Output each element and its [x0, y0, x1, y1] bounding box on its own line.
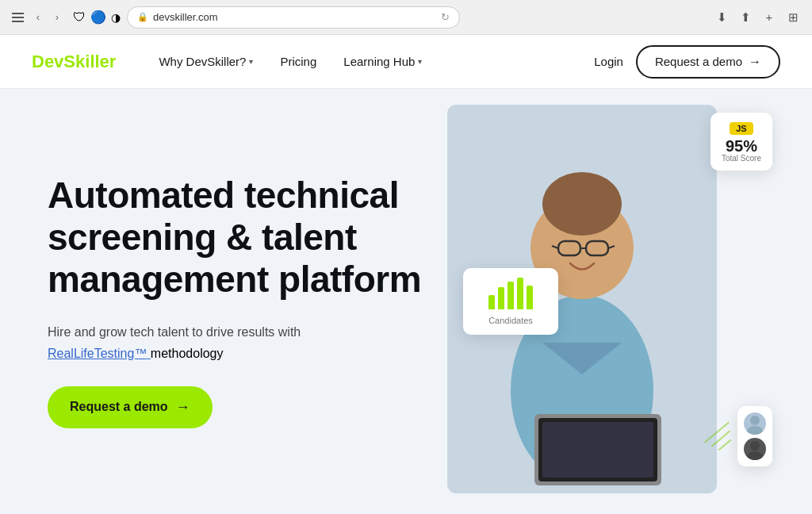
security-icons: 🛡 🔵 ◑ [73, 10, 121, 25]
hero-subtitle: Hire and grow tech talent to drive resul… [48, 323, 460, 342]
site-logo[interactable]: DevSkiller [32, 52, 116, 72]
hero-visual: Candidates JS 95% Total Score [447, 89, 780, 514]
nav-learning-hub-label: Learning Hub [343, 55, 415, 68]
avatar-1 [744, 412, 766, 435]
lock-icon: 🔒 [137, 12, 148, 22]
reallife-testing-text: RealLifeTesting™ [48, 347, 147, 360]
bar-5 [527, 286, 533, 309]
nav-why-devskiller[interactable]: Why DevSkiller? ▾ [147, 48, 264, 75]
refresh-icon[interactable]: ↻ [441, 11, 450, 23]
candidates-card: Candidates [463, 268, 558, 335]
shield-icon-3: ◑ [111, 11, 121, 24]
chevron-down-icon: ▾ [249, 57, 253, 66]
address-bar[interactable]: 🔒 devskiller.com ↻ [127, 6, 460, 29]
nav-why-devskiller-label: Why DevSkiller? [159, 55, 246, 68]
bar-chart [476, 278, 546, 309]
cta-label: Request a demo [70, 400, 168, 414]
hero-subtitle-text: Hire and grow tech talent to drive resul… [48, 325, 301, 339]
candidates-label: Candidates [476, 316, 546, 325]
url-text: devskiller.com [153, 11, 218, 23]
decorative-lines [701, 432, 733, 451]
hero-content: Automated technical screening & talent m… [48, 175, 460, 428]
avatar-2 [744, 438, 766, 460]
logo-skiller: Skiller [63, 52, 116, 71]
avatars-card [737, 406, 772, 466]
nav-pricing[interactable]: Pricing [269, 48, 327, 75]
login-button[interactable]: Login [594, 55, 623, 68]
bar-2 [498, 287, 504, 309]
score-percentage: 95% [722, 138, 761, 154]
sidebar-toggle-button[interactable] [10, 11, 25, 24]
avatar-2-icon [744, 438, 766, 460]
hero-title: Automated technical screening & talent m… [48, 175, 460, 301]
deco-line-3 [718, 439, 732, 451]
navbar: DevSkiller Why DevSkiller? ▾ Pricing Lea… [0, 35, 812, 89]
bar-3 [508, 282, 514, 309]
request-demo-button-hero[interactable]: Request a demo → [48, 386, 213, 428]
avatar-1-icon [744, 412, 766, 435]
hero-section: Automated technical screening & talent m… [0, 89, 812, 514]
hero-title-line1: Automated technical [48, 175, 399, 216]
logo-dev: Dev [32, 52, 63, 71]
nav-links: Why DevSkiller? ▾ Pricing Learning Hub ▾ [147, 48, 594, 75]
hero-suffix: methodology [151, 347, 224, 360]
new-tab-icon[interactable]: + [760, 8, 779, 27]
score-card: JS 95% Total Score [710, 113, 772, 171]
reallife-testing-link[interactable]: RealLifeTesting™ [48, 347, 151, 360]
browser-chrome: ‹ › 🛡 🔵 ◑ 🔒 devskiller.com ↻ ⬇ ⬆ + ⊞ [0, 0, 812, 35]
forward-button[interactable]: › [51, 11, 63, 24]
hero-title-line2: screening & talent [48, 217, 357, 258]
request-demo-nav-label: Request a demo [655, 55, 742, 68]
avatar-row-2 [744, 438, 766, 460]
svg-point-4 [565, 173, 599, 208]
bar-4 [517, 278, 523, 309]
avatar-row-1 [744, 412, 766, 435]
bar-1 [488, 295, 495, 309]
cta-arrow-icon: → [176, 399, 190, 416]
share-icon[interactable]: ⬆ [736, 8, 755, 27]
js-badge: JS [730, 122, 753, 135]
svg-point-13 [750, 416, 760, 425]
hero-link-line: RealLifeTesting™ methodology [48, 347, 460, 361]
download-icon[interactable]: ⬇ [712, 8, 731, 27]
request-demo-button-nav[interactable]: Request a demo → [636, 45, 780, 79]
arrow-icon-nav: → [749, 55, 761, 69]
shield-icon-1: 🛡 [73, 10, 86, 25]
hero-title-line3: management platform [48, 259, 421, 300]
chevron-down-icon-2: ▾ [418, 57, 422, 66]
svg-point-14 [747, 426, 763, 435]
nav-actions: Login Request a demo → [594, 45, 780, 79]
browser-navigation-controls: ‹ › [32, 11, 63, 24]
nav-pricing-label: Pricing [280, 55, 316, 68]
svg-point-16 [747, 451, 763, 460]
browser-action-buttons: ⬇ ⬆ + ⊞ [712, 8, 802, 27]
svg-rect-12 [542, 422, 653, 478]
grid-icon[interactable]: ⊞ [783, 8, 802, 27]
svg-point-15 [750, 441, 760, 451]
score-label: Total Score [722, 154, 761, 163]
nav-learning-hub[interactable]: Learning Hub ▾ [332, 48, 433, 75]
back-button[interactable]: ‹ [32, 11, 44, 24]
shield-icon-2: 🔵 [90, 10, 106, 25]
